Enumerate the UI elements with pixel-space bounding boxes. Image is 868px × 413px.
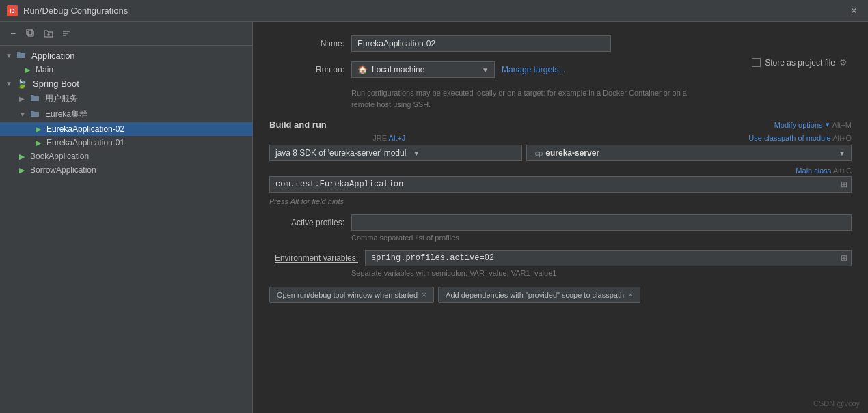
svg-rect-0 [28,31,33,36]
eurekaapp01-label: EurekaApplication-01 [46,138,124,147]
copy-button[interactable] [23,26,38,41]
jre-classpath-row: JRE Alt+J Use classpath of module Alt+O [269,134,852,142]
store-checkbox[interactable] [752,58,761,67]
main-class-hint: Main class Alt+C [796,167,852,175]
tree-springboot-group[interactable]: ▼ 🍃 Spring Boot [0,76,252,91]
tree-application-group[interactable]: ▼ Application [0,48,252,63]
sdk-select[interactable]: java 8 SDK of 'eureka-server' modul ▼ [269,145,522,161]
active-profiles-input[interactable] [351,214,852,231]
tag-add-deps-label: Add dependencies with "provided" scope t… [446,291,624,299]
tree-eurekaapp01-item[interactable]: ▶ EurekaApplication-01 [0,136,252,149]
browse-icon[interactable]: ⊞ [841,180,847,189]
store-label: Store as project file [765,58,835,68]
main-class-row: ⊞ [269,176,852,193]
sdk-label: java 8 SDK of 'eureka-server' modul [275,148,406,158]
tag-open-window-label: Open run/debug tool window when started [277,291,418,299]
sidebar-toolbar: − [0,22,252,46]
app-icon: IJ [7,5,18,16]
borrowapp-label: BorrowApplication [30,165,96,175]
store-row: Store as project file ⚙ [752,57,847,68]
window-title: Run/Debug Configurations [23,5,841,16]
main-class-input[interactable] [269,176,852,193]
main-class-hint-row: Main class Alt+C [269,167,852,175]
run-icon-eurekaapp02: ▶ [36,125,41,134]
tree-eurekaapp02-item[interactable]: ▶ EurekaApplication-02 [0,122,252,136]
springboot-group-label: Spring Boot [33,79,79,89]
new-folder-button[interactable] [41,26,56,41]
jre-hint: JRE Alt+J [269,134,509,142]
modify-options-link[interactable]: Modify options [774,121,823,129]
build-run-title: Build and run [269,119,327,130]
run-on-value: Local machine [372,65,424,74]
folder-icon-userservice [30,94,40,104]
main-container: − [0,22,868,413]
tags-row: Open run/debug tool window when started … [269,287,852,303]
gear-icon[interactable]: ⚙ [839,57,847,68]
name-label: Name: [269,39,344,48]
modify-options-chevron: ▾ [826,120,830,129]
modify-shortcut: Alt+M [832,121,852,129]
run-icon-main: ▶ [25,66,30,74]
cp-dropdown-arrow: ▼ [839,149,845,157]
title-bar: IJ Run/Debug Configurations × [0,0,868,22]
svg-rect-1 [27,29,32,35]
main-label: Main [36,65,53,74]
build-run-header: Build and run Modify options ▾ Alt+M [269,119,852,130]
run-on-select[interactable]: 🏠 Local machine ▼ [351,61,495,78]
tag-add-deps-close[interactable]: × [628,290,633,300]
sdk-cp-row: java 8 SDK of 'eureka-server' modul ▼ -c… [269,145,852,161]
eurekacluster-label: Eureka集群 [45,109,87,120]
env-vars-label: Environment variables: [269,253,358,263]
main-class-input-wrap: ⊞ [269,176,852,193]
run-icon-eurekaapp01: ▶ [36,139,41,147]
run-on-label: Run on: [269,65,344,74]
env-input-wrap: ⊞ [365,250,852,266]
close-button[interactable]: × [847,3,861,18]
expand-arrow-springboot: ▼ [5,80,14,87]
folder-icon-eurekacluster [30,109,40,119]
sidebar: − [0,22,253,413]
cp-value: eureka-server [545,148,599,158]
tree-eurekacluster-item[interactable]: ▼ Eureka集群 [0,106,252,122]
tree-main-item[interactable]: ▶ Main [0,63,252,76]
spring-icon: 🍃 [16,79,27,89]
name-input[interactable] [351,35,611,52]
tag-open-window: Open run/debug tool window when started … [269,287,434,303]
sort-button[interactable] [59,26,74,41]
minus-button[interactable]: − [5,26,21,41]
expand-arrow-userservice: ▶ [19,95,27,102]
tree-userservice-item[interactable]: ▶ 用户服务 [0,91,252,106]
home-icon: 🏠 [357,65,368,74]
run-icon-bookapp: ▶ [19,152,25,161]
folder-icon-application [16,51,26,61]
bookapp-label: BookApplication [30,152,89,161]
tree-bookapp-item[interactable]: ▶ BookApplication [0,149,252,163]
sidebar-tree: ▼ Application ▶ Main ▼ 🍃 Spring Boot [0,46,252,413]
application-group-label: Application [31,51,75,61]
expand-arrow-application: ▼ [5,52,14,59]
right-panel: Store as project file ⚙ Name: Run on: 🏠 … [253,22,868,413]
expand-arrow-eurekacluster: ▼ [19,111,27,118]
use-classpath-hint: Use classpath of module Alt+O [748,134,852,142]
watermark: CSDN @vcoy [813,399,860,408]
eurekaapp02-label: EurekaApplication-02 [46,124,124,134]
env-vars-row: Environment variables: ⊞ [269,250,852,266]
tree-borrowapp-item[interactable]: ▶ BorrowApplication [0,163,252,177]
active-profiles-row: Active profiles: [269,214,852,231]
tag-add-deps: Add dependencies with "provided" scope t… [438,287,640,303]
name-row: Name: [269,35,852,52]
env-browse-icon[interactable]: ⊞ [841,253,847,263]
env-vars-input[interactable] [365,250,852,266]
manage-targets-link[interactable]: Manage targets... [502,65,565,74]
profiles-hint: Comma separated list of profiles [351,233,852,242]
dropdown-arrow-icon: ▼ [482,66,489,74]
tag-open-window-close[interactable]: × [422,290,426,300]
run-on-hint: Run configurations may be executed local… [351,87,693,110]
cp-prefix: -cp [532,149,543,157]
right-hints: Modify options ▾ Alt+M [774,120,852,129]
sdk-dropdown-arrow: ▼ [413,149,420,157]
cp-select[interactable]: -cp eureka-server ▼ [526,145,852,161]
press-alt-hint: Press Alt for field hints [269,197,852,206]
userservice-label: 用户服务 [45,93,78,104]
run-icon-borrowapp: ▶ [19,166,25,175]
